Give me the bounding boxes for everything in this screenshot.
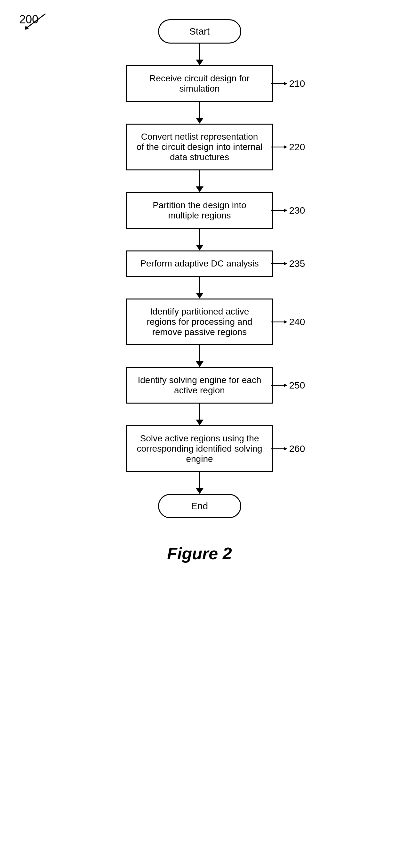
step-label-arrow-220 xyxy=(271,142,289,152)
step-250-wrapper: Identify solving engine for each active … xyxy=(120,367,280,404)
step-240: Identify partitioned active regions for … xyxy=(126,299,273,345)
start-terminal: Start xyxy=(158,19,241,43)
svg-marker-13 xyxy=(284,384,287,387)
svg-marker-3 xyxy=(284,82,287,85)
svg-line-0 xyxy=(26,14,45,28)
diagram-container: 200 Start Receive circuit design for sim… xyxy=(0,0,399,868)
step-260: Solve active regions using the correspon… xyxy=(126,425,273,472)
arrow-4 xyxy=(196,229,203,250)
step-235: Perform adaptive DC analysis xyxy=(126,250,273,277)
step-label-arrow-260 xyxy=(271,444,289,454)
diagram-arrow xyxy=(20,12,48,31)
step-220: Convert netlist representation of the ci… xyxy=(126,124,273,170)
step-220-label: 220 xyxy=(271,142,305,152)
step-230-label: 230 xyxy=(271,205,305,216)
figure-label: Figure 2 xyxy=(167,544,232,563)
arrow-6 xyxy=(196,345,203,367)
step-240-label: 240 xyxy=(271,316,305,327)
svg-marker-7 xyxy=(284,209,287,212)
step-210-wrapper: Receive circuit design for simulation 21… xyxy=(120,65,280,102)
svg-marker-15 xyxy=(284,447,287,450)
step-220-wrapper: Convert netlist representation of the ci… xyxy=(120,124,280,170)
step-label-arrow-230 xyxy=(271,206,289,215)
step-label-arrow-240 xyxy=(271,317,289,327)
step-250-label: 250 xyxy=(271,380,305,391)
arrow-2 xyxy=(196,102,203,124)
step-label-arrow-250 xyxy=(271,380,289,390)
arrow-1 xyxy=(196,43,203,65)
step-235-label: 235 xyxy=(271,258,305,269)
step-210-label: 210 xyxy=(271,78,305,89)
arrow-5 xyxy=(196,277,203,299)
step-240-wrapper: Identify partitioned active regions for … xyxy=(120,299,280,345)
step-235-wrapper: Perform adaptive DC analysis 235 xyxy=(120,250,280,277)
step-label-arrow-210 xyxy=(271,79,289,88)
end-terminal: End xyxy=(158,494,241,518)
flowchart: Start Receive circuit design for simulat… xyxy=(120,19,280,563)
step-260-wrapper: Solve active regions using the correspon… xyxy=(120,425,280,472)
step-210: Receive circuit design for simulation xyxy=(126,65,273,102)
step-260-label: 260 xyxy=(271,443,305,454)
arrow-3 xyxy=(196,170,203,192)
step-250: Identify solving engine for each active … xyxy=(126,367,273,404)
svg-marker-9 xyxy=(284,262,287,265)
svg-marker-5 xyxy=(284,146,287,149)
step-230: Partition the design into multiple regio… xyxy=(126,192,273,229)
step-230-wrapper: Partition the design into multiple regio… xyxy=(120,192,280,229)
step-label-arrow-235 xyxy=(271,259,289,269)
svg-marker-11 xyxy=(284,320,287,323)
arrow-7 xyxy=(196,404,203,425)
arrow-8 xyxy=(196,472,203,494)
